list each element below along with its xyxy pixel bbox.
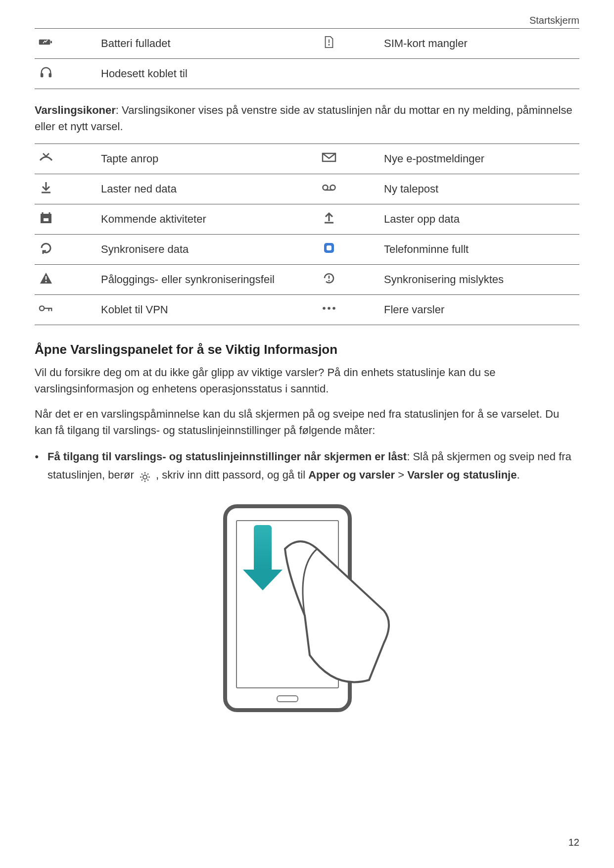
vpn-icon <box>35 295 97 325</box>
bullet-tail2: , skriv inn ditt passord, og gå til <box>153 469 308 481</box>
memory-full-icon <box>318 235 380 265</box>
missed-call-icon <box>35 144 97 174</box>
settings-gear-icon <box>139 470 151 482</box>
svg-point-3 <box>329 44 330 46</box>
section-heading: Åpne Varslingspanelet for å se Viktig In… <box>35 342 579 357</box>
icon-label: Kommende aktiviteter <box>97 204 318 235</box>
path-sep: > <box>395 469 407 481</box>
svg-point-24 <box>40 306 44 310</box>
status-label: Batteri fulladet <box>97 29 318 59</box>
phone-home-button <box>277 695 298 702</box>
table-row: Kommende aktiviteter Laster opp data <box>35 204 579 235</box>
section-p1: Vil du forsikre deg om at du ikke går gl… <box>35 364 579 397</box>
sync-failed-icon <box>318 265 380 295</box>
page-header: Startskjerm <box>35 15 579 28</box>
svg-point-9 <box>323 185 328 190</box>
svg-rect-1 <box>50 41 52 44</box>
manual-page: Startskjerm Batteri fulladet SIM-kort ma… <box>0 0 614 868</box>
icon-label: Nye e-postmeldinger <box>380 144 579 174</box>
svg-point-31 <box>143 475 147 479</box>
sim-missing-icon <box>318 29 380 59</box>
svg-point-29 <box>328 307 331 310</box>
status-label: Hodesett koblet til <box>97 59 318 89</box>
status-icons-table: Batteri fulladet SIM-kort mangler Hodese… <box>35 28 579 89</box>
icon-label: Synkronisere data <box>97 235 318 265</box>
svg-rect-4 <box>41 73 44 77</box>
intro-lead: Varslingsikoner <box>35 104 116 116</box>
svg-rect-19 <box>327 245 331 250</box>
headset-icon <box>35 59 97 89</box>
bullet-lead: Få tilgang til varslings- og statuslinje… <box>47 450 407 463</box>
svg-point-10 <box>331 185 335 190</box>
path-part2: Varsler og statuslinje <box>407 469 517 481</box>
intro-rest: : Varslingsikoner vises på venstre side … <box>35 104 572 133</box>
path-end: . <box>517 469 520 481</box>
icon-label: Telefonminne fullt <box>380 235 579 265</box>
intro-paragraph: Varslingsikoner: Varslingsikoner vises p… <box>35 102 579 135</box>
swipe-down-illustration <box>223 504 391 717</box>
notification-icons-table: Tapte anrop Nye e-postmeldinger Laster n… <box>35 144 579 325</box>
more-icon <box>318 295 380 325</box>
sync-icon <box>35 235 97 265</box>
table-row: Koblet til VPN Flere varsler <box>35 295 579 325</box>
table-row: Laster ned data Ny talepost <box>35 174 579 204</box>
icon-label: Ny talepost <box>380 174 579 204</box>
svg-rect-0 <box>39 40 50 45</box>
hand-icon <box>270 531 394 692</box>
voicemail-icon <box>318 174 380 204</box>
icon-label: Påloggings- eller synkroniseringsfeil <box>97 265 318 295</box>
svg-point-28 <box>323 307 326 310</box>
calendar-icon <box>35 204 97 235</box>
upload-icon <box>318 204 380 235</box>
svg-point-30 <box>332 307 335 310</box>
bullet-item: Få tilgang til varslings- og statuslinje… <box>35 447 579 484</box>
svg-point-23 <box>329 280 330 282</box>
mail-icon <box>318 144 380 174</box>
download-icon <box>35 174 97 204</box>
table-row: Batteri fulladet SIM-kort mangler <box>35 29 579 59</box>
status-label: SIM-kort mangler <box>380 29 579 59</box>
section-p2: Når det er en varslingspåminnelse kan du… <box>35 406 579 438</box>
page-number: 12 <box>568 837 579 848</box>
table-row: Synkronisere data Telefonminne fullt <box>35 235 579 265</box>
bullet-list: Få tilgang til varslings- og statuslinje… <box>35 447 579 484</box>
table-row: Påloggings- eller synkroniseringsfeil Sy… <box>35 265 579 295</box>
table-row: Tapte anrop Nye e-postmeldinger <box>35 144 579 174</box>
icon-label: Laster opp data <box>380 204 579 235</box>
svg-rect-5 <box>49 73 52 77</box>
battery-full-icon <box>35 29 97 59</box>
table-row: Hodesett koblet til <box>35 59 579 89</box>
icon-label: Tapte anrop <box>97 144 318 174</box>
svg-point-21 <box>45 281 47 282</box>
svg-rect-13 <box>44 218 48 221</box>
icon-label: Flere varsler <box>380 295 579 325</box>
icon-label: Koblet til VPN <box>97 295 318 325</box>
icon-label: Synkronisering mislyktes <box>380 265 579 295</box>
path-part1: Apper og varsler <box>308 469 395 481</box>
warning-icon <box>35 265 97 295</box>
icon-label: Laster ned data <box>97 174 318 204</box>
